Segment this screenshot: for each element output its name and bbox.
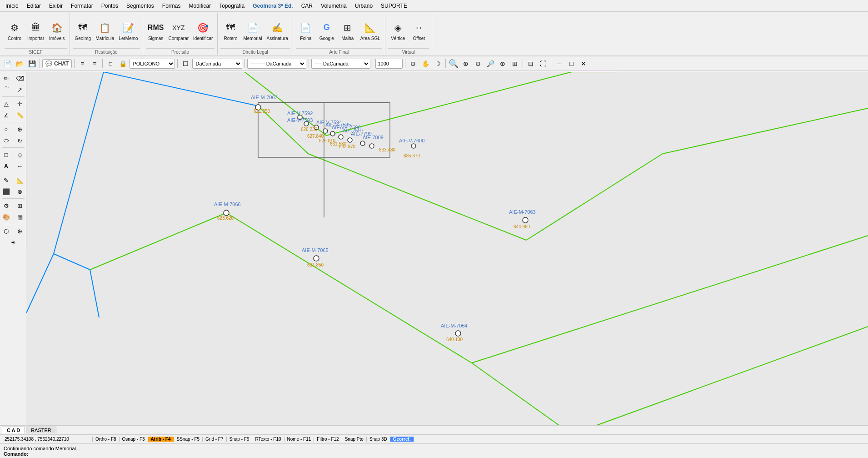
tb-layers2[interactable]: ≡ <box>89 58 100 69</box>
lt-settings[interactable]: ⚙ <box>0 200 13 211</box>
georref[interactable]: Georref. <box>390 437 414 442</box>
ribbon-comparar[interactable]: XYZ Comparar <box>167 20 190 42</box>
ribbon-importar[interactable]: 🏛 Importar <box>25 20 46 42</box>
menu-pontos[interactable]: Pontos <box>98 2 122 10</box>
layer-select1[interactable]: DaCamada <box>192 59 242 69</box>
tb-tools2[interactable]: ✋ <box>420 58 431 69</box>
ribbon-assinatura[interactable]: ✍ Assinatura <box>265 20 290 42</box>
menu-formas[interactable]: Formas <box>159 2 185 10</box>
menu-formatar[interactable]: Formatar <box>67 2 97 10</box>
layer-select2[interactable]: ──── DaCamada <box>247 59 306 69</box>
tb-checkbox[interactable]: ☐ <box>180 58 191 69</box>
lt-eraser[interactable]: ⌫ <box>14 73 26 84</box>
tb-tools3[interactable]: ☽ <box>432 58 443 69</box>
lt-fill[interactable]: ⬛ <box>0 186 13 197</box>
menu-modificar[interactable]: Modificar <box>185 2 215 10</box>
tb-save[interactable]: 💾 <box>26 58 37 69</box>
grid-f7[interactable]: Grid - F7 <box>203 437 226 442</box>
tb-table[interactable]: ⊟ <box>525 58 536 69</box>
lt-diamond[interactable]: ◇ <box>14 149 26 160</box>
tb-zoom-out[interactable]: ⊖ <box>473 58 484 69</box>
lt-rectangle[interactable]: □ <box>0 149 13 160</box>
snap-f9[interactable]: Snap - F9 <box>227 437 253 442</box>
layer-select3[interactable]: ── DaCamada <box>311 59 370 69</box>
ribbon-imoveis[interactable]: 🏠 Imóveis <box>47 20 67 42</box>
ribbon-roteiro[interactable]: 🗺 Rotero <box>220 20 240 42</box>
tb-open[interactable]: 📂 <box>14 58 25 69</box>
lt-ellipse[interactable]: ⬭ <box>0 135 13 146</box>
ribbon-vertice[interactable]: ◈ Vértice <box>388 20 408 42</box>
menu-volumetria[interactable]: Volumetria <box>317 2 350 10</box>
rtexto-f10[interactable]: RTexto - F10 <box>252 437 284 442</box>
lt-color[interactable]: 🎨 <box>0 211 13 222</box>
lt-move[interactable]: ✛ <box>14 98 26 109</box>
menu-topografia[interactable]: Topografia <box>215 2 248 10</box>
tb-zoom-in2[interactable]: ⊕ <box>460 58 471 69</box>
lt-measure[interactable]: 📐 <box>14 175 26 186</box>
nome-f11[interactable]: Nome - F11 <box>284 437 314 442</box>
lt-crosshair[interactable]: ⊕ <box>14 124 26 135</box>
lt-pen[interactable]: ✏ <box>0 73 13 84</box>
lt-dimension[interactable]: ↔ <box>14 161 26 171</box>
ribbon-memorial[interactable]: 📄 Memorial <box>241 20 264 42</box>
lt-curve[interactable]: ⌒ <box>0 84 13 95</box>
shape-select[interactable]: POLIGONO <box>130 59 175 69</box>
lt-triangle[interactable]: △ <box>0 98 13 109</box>
lt-select[interactable]: ↗ <box>14 84 26 95</box>
tb-lock[interactable]: 🔒 <box>117 58 128 69</box>
menu-editar[interactable]: Editar <box>23 2 45 10</box>
ssnap-f5[interactable]: SSnap - F5 <box>174 437 203 442</box>
tab-cad[interactable]: C A D <box>2 427 25 433</box>
lt-north[interactable]: ☀ <box>7 237 20 248</box>
ribbon-google[interactable]: G Google <box>317 20 337 42</box>
tb-layers[interactable]: ≡ <box>77 58 88 69</box>
menu-urbano[interactable]: Urbano <box>351 2 376 10</box>
ribbon-geoimg[interactable]: 🗺 GeoImg <box>73 20 93 42</box>
tb-zoom-in[interactable]: 🔍 <box>448 58 459 69</box>
tb-fullscreen[interactable]: ⛶ <box>538 58 549 69</box>
lt-text[interactable]: A <box>0 161 13 171</box>
menu-suporte[interactable]: SUPORTE <box>377 2 411 10</box>
lt-ruler[interactable]: 📏 <box>14 110 26 121</box>
ribbon-malha[interactable]: ⊞ Malha <box>338 20 358 42</box>
lt-zoom-window[interactable]: ⬡ <box>0 226 13 237</box>
ribbon-confro[interactable]: ⚙ Confro <box>5 20 25 42</box>
menu-segmentos[interactable]: Segmentos <box>123 2 158 10</box>
menu-exibir[interactable]: Exibir <box>45 2 66 10</box>
tab-raster[interactable]: RASTER <box>26 427 56 433</box>
tb-tools1[interactable]: ⊙ <box>408 58 419 69</box>
lt-circle[interactable]: ○ <box>0 124 13 135</box>
osnap-f3[interactable]: Osnap - F3 <box>120 437 148 442</box>
tb-close[interactable]: ✕ <box>578 58 589 69</box>
snap-3d[interactable]: Snap 3D <box>367 437 390 442</box>
zoom-input[interactable] <box>375 59 403 69</box>
lt-edit[interactable]: ✎ <box>0 175 13 186</box>
ribbon-identificar[interactable]: 🎯 Identificar <box>191 20 215 42</box>
lt-grid[interactable]: ⊞ <box>14 200 26 211</box>
ribbon-folha[interactable]: 📄 Folha <box>296 20 316 42</box>
lt-snap[interactable]: ⊗ <box>14 186 26 197</box>
lt-sep2 <box>2 122 25 122</box>
menu-car[interactable]: CAR <box>298 2 316 10</box>
ribbon-offset[interactable]: ↔ Offset <box>409 20 429 42</box>
ribbon-lermemo[interactable]: 📝 LerMemo <box>117 20 140 42</box>
tb-zoom-fit[interactable]: ⊕ <box>497 58 508 69</box>
lt-rotate[interactable]: ↻ <box>14 135 26 146</box>
tb-new[interactable]: 📄 <box>2 58 13 69</box>
menu-inicio[interactable]: Início <box>2 2 22 10</box>
tb-zoom-fit2[interactable]: ⊞ <box>509 58 520 69</box>
tb-minimize[interactable]: ─ <box>554 58 564 69</box>
ribbon-area-sgl[interactable]: 📐 Área SGL <box>359 20 382 42</box>
lt-angle[interactable]: ∠ <box>0 110 13 121</box>
ribbon-sigmas[interactable]: RMS Sigmas <box>146 20 166 42</box>
lt-extra[interactable]: ⊕ <box>14 226 26 237</box>
tb-restore[interactable]: □ <box>566 58 577 69</box>
ortho-f8[interactable]: Ortho - F8 <box>93 437 120 442</box>
ribbon-matricula[interactable]: 📋 Matrícula <box>94 20 116 42</box>
snap-pto[interactable]: Snap Pto <box>342 437 367 442</box>
filtro-f12[interactable]: Filtro - F12 <box>314 437 342 442</box>
atrib-f4[interactable]: Atrib - F4 <box>148 437 174 442</box>
chat-button[interactable]: 💬 CHAT <box>42 59 72 68</box>
lt-pattern[interactable]: ▦ <box>14 211 26 222</box>
tb-zoom-out2[interactable]: 🔎 <box>485 58 496 69</box>
